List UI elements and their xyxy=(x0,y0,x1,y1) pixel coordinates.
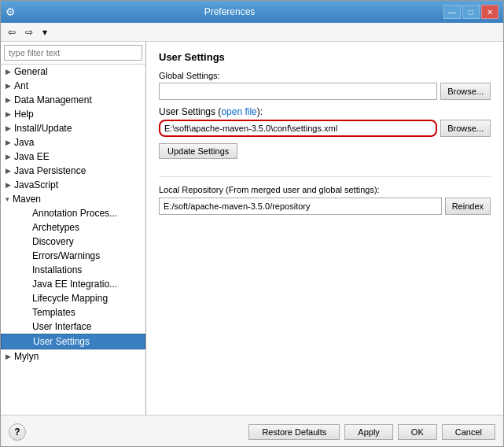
tree-item-help[interactable]: ▶Help xyxy=(1,107,145,121)
expand-arrow-icon: ▶ xyxy=(6,353,11,360)
tree-item-mylyn[interactable]: ▶Mylyn xyxy=(1,349,145,364)
global-settings-input[interactable] xyxy=(159,83,437,100)
restore-defaults-button[interactable]: Restore Defaults xyxy=(248,424,340,440)
dropdown-button[interactable]: ▾ xyxy=(39,25,51,39)
forward-icon: ⇨ xyxy=(25,27,33,38)
tree-item-general[interactable]: ▶General xyxy=(1,65,145,79)
user-settings-label: User Settings (open file): xyxy=(159,106,491,117)
tree-item-label: Archetypes xyxy=(32,222,79,233)
tree-item-label: Java Persistence xyxy=(14,165,86,176)
tree-item-javascript[interactable]: ▶JavaScript xyxy=(1,178,145,192)
tree-item-install-update[interactable]: ▶Install/Update xyxy=(1,121,145,135)
filter-box xyxy=(1,42,145,65)
bottom-bar: ? Restore Defaults Apply OK Cancel xyxy=(1,415,503,447)
cancel-button[interactable]: Cancel xyxy=(442,424,495,440)
tree-item-archetypes[interactable]: Archetypes xyxy=(1,220,145,235)
tree-item-label: Discovery xyxy=(32,236,74,247)
content-area: ▶General▶Ant▶Data Management▶Help▶Instal… xyxy=(1,42,503,415)
tree-item-label: Errors/Warnings xyxy=(32,250,100,261)
tree-item-java-persistence[interactable]: ▶Java Persistence xyxy=(1,164,145,178)
tree-item-discovery[interactable]: Discovery xyxy=(1,235,145,249)
back-button[interactable]: ⇦ xyxy=(4,25,20,39)
expand-arrow-icon: ▶ xyxy=(6,68,11,76)
filter-input[interactable] xyxy=(4,45,142,61)
tree-item-java-ee[interactable]: ▶Java EE xyxy=(1,150,145,164)
local-repo-label: Local Repository (From merged user and g… xyxy=(159,185,491,194)
window-icon: ⚙ xyxy=(6,6,16,18)
tree-item-label: Lifecycle Mapping xyxy=(32,293,108,304)
tree-item-label: Help xyxy=(14,109,34,120)
tree-item-templates[interactable]: Templates xyxy=(1,305,145,320)
main-container: ⇦ ⇨ ▾ ▶General▶Ant▶Data Management▶Help▶… xyxy=(1,23,503,447)
expand-arrow-icon: ▶ xyxy=(6,139,11,146)
tree-item-user-settings[interactable]: User Settings xyxy=(1,334,145,349)
maximize-button[interactable]: □ xyxy=(462,5,480,19)
tree-item-label: General xyxy=(14,66,48,77)
tree-item-java[interactable]: ▶Java xyxy=(1,135,145,150)
tree-item-label: Annotation Proces... xyxy=(32,208,117,219)
tree-item-label: User Interface xyxy=(32,321,91,332)
tree-item-ant[interactable]: ▶Ant xyxy=(1,79,145,93)
ok-button[interactable]: OK xyxy=(398,424,437,440)
open-file-link[interactable]: open file xyxy=(221,106,256,117)
back-icon: ⇦ xyxy=(8,27,16,38)
section-heading: User Settings xyxy=(159,51,491,63)
right-panel: User Settings Global Settings: Browse...… xyxy=(146,42,503,415)
browse-button-2[interactable]: Browse... xyxy=(440,120,491,137)
tree-item-label: Mylyn xyxy=(14,351,39,362)
update-settings-button[interactable]: Update Settings xyxy=(159,143,237,159)
bottom-left: ? xyxy=(9,423,26,441)
tree-item-user-interface[interactable]: User Interface xyxy=(1,320,145,334)
window-title: Preferences xyxy=(16,6,443,17)
dropdown-icon: ▾ xyxy=(42,27,47,38)
tree-item-label: JavaScript xyxy=(14,179,58,190)
collapse-arrow-icon: ▾ xyxy=(6,195,9,203)
tree-item-label: Java xyxy=(14,137,34,148)
toolbar: ⇦ ⇨ ▾ xyxy=(1,23,503,42)
reindex-button[interactable]: Reindex xyxy=(445,198,491,215)
expand-arrow-icon: ▶ xyxy=(6,124,11,132)
tree-item-label: Install/Update xyxy=(14,123,72,134)
user-settings-row: Browse... xyxy=(159,120,491,137)
expand-arrow-icon: ▶ xyxy=(6,153,11,161)
expand-arrow-icon: ▶ xyxy=(6,110,11,118)
left-panel: ▶General▶Ant▶Data Management▶Help▶Instal… xyxy=(1,42,146,415)
close-button[interactable]: ✕ xyxy=(481,5,498,19)
tree-item-annotation-processing[interactable]: Annotation Proces... xyxy=(1,206,145,220)
expand-arrow-icon: ▶ xyxy=(6,96,11,104)
tree-item-label: Maven xyxy=(13,194,41,205)
user-settings-input[interactable] xyxy=(159,120,437,137)
tree-item-lifecycle-mapping[interactable]: Lifecycle Mapping xyxy=(1,291,145,305)
expand-arrow-icon: ▶ xyxy=(6,167,11,175)
global-settings-label: Global Settings: xyxy=(159,71,491,80)
global-settings-row: Browse... xyxy=(159,83,491,100)
tree-item-label: Data Management xyxy=(14,94,92,105)
bottom-right: Restore Defaults Apply OK Cancel xyxy=(248,424,495,440)
tree-item-installations[interactable]: Installations xyxy=(1,263,145,277)
tree-item-label: Java EE Integratio... xyxy=(32,279,117,290)
tree-item-label: User Settings xyxy=(33,336,90,347)
tree-item-java-ee-integration[interactable]: Java EE Integratio... xyxy=(1,277,145,291)
local-repo-input[interactable] xyxy=(159,198,442,215)
browse-button-1[interactable]: Browse... xyxy=(440,83,491,100)
tree-item-label: Installations xyxy=(32,264,82,275)
help-button[interactable]: ? xyxy=(9,423,26,441)
expand-arrow-icon: ▶ xyxy=(6,181,11,189)
tree-container: ▶General▶Ant▶Data Management▶Help▶Instal… xyxy=(1,65,145,415)
tree-item-maven[interactable]: ▾Maven xyxy=(1,192,145,206)
apply-button[interactable]: Apply xyxy=(344,424,393,440)
tree-item-label: Ant xyxy=(14,80,28,91)
tree-item-label: Templates xyxy=(32,307,75,318)
title-bar: ⚙ Preferences — □ ✕ xyxy=(1,1,503,23)
tree-item-label: Java EE xyxy=(14,151,50,162)
forward-button[interactable]: ⇨ xyxy=(21,25,37,39)
tree-item-errors-warnings[interactable]: Errors/Warnings xyxy=(1,249,145,263)
local-repo-row: Reindex xyxy=(159,198,491,215)
tree-item-data-management[interactable]: ▶Data Management xyxy=(1,93,145,107)
expand-arrow-icon: ▶ xyxy=(6,82,11,90)
window-controls: — □ ✕ xyxy=(443,5,498,19)
minimize-button[interactable]: — xyxy=(443,5,461,19)
separator xyxy=(159,176,491,177)
